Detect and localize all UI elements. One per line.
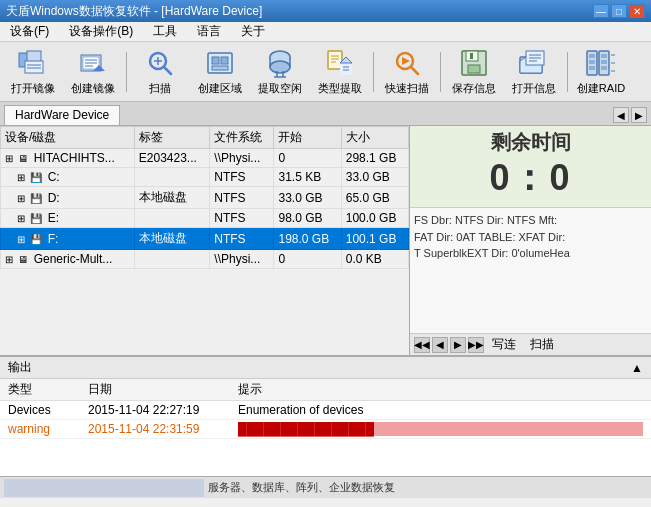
svg-rect-17: [221, 57, 228, 64]
minimize-button[interactable]: —: [593, 4, 609, 18]
info-text: FS Dbr: NTFS Dir: NTFS Mft: FAT Dir: 0AT…: [410, 207, 651, 266]
expand-icon[interactable]: ⊞: [17, 193, 25, 204]
table-row[interactable]: ⊞ 💾 F: 本地磁盘 NTFS 198.0 GB 100.1 GB: [1, 228, 409, 250]
create-raid-label: 创建RAID: [577, 81, 625, 96]
cell-size: 100.0 GB: [341, 209, 408, 228]
cell-size: 0.0 KB: [341, 250, 408, 269]
nav-first-button[interactable]: ◀◀: [414, 337, 430, 353]
table-row[interactable]: ⊞ 💾 E: NTFS 98.0 GB 100.0 GB: [1, 209, 409, 228]
create-region-button[interactable]: 创建区域: [191, 45, 249, 99]
output-collapse-icon[interactable]: ▲: [631, 361, 643, 375]
maximize-button[interactable]: □: [611, 4, 627, 18]
nav-next-button[interactable]: ▶: [450, 337, 466, 353]
menu-device[interactable]: 设备(F): [4, 22, 55, 41]
cell-size: 33.0 GB: [341, 168, 408, 187]
expand-icon[interactable]: ⊞: [5, 254, 13, 265]
quick-scan-label: 快速扫描: [385, 81, 429, 96]
open-image-button[interactable]: 打开镜像: [4, 45, 62, 99]
svg-rect-49: [589, 54, 595, 58]
cell-label: 本地磁盘: [134, 187, 210, 209]
scan-action[interactable]: 扫描: [524, 336, 560, 353]
create-raid-button[interactable]: 创建RAID: [572, 45, 630, 99]
cell-size: 65.0 GB: [341, 187, 408, 209]
svg-rect-41: [470, 53, 473, 59]
menu-language[interactable]: 语言: [191, 22, 227, 41]
extract-empty-button[interactable]: 提取空闲: [251, 45, 309, 99]
info-line-2: FAT Dir: 0AT TABLE: XFAT Dir:: [414, 229, 647, 246]
svg-rect-52: [601, 54, 607, 58]
menu-device-ops[interactable]: 设备操作(B): [63, 22, 139, 41]
create-region-icon: [204, 47, 236, 79]
output-area: 输出 ▲ 类型 日期 提示 Devices2015-11-04 22:27:19…: [0, 356, 651, 476]
open-info-icon: [518, 47, 550, 79]
nav-last-button[interactable]: ▶▶: [468, 337, 484, 353]
table-row[interactable]: ⊞ 💾 C: NTFS 31.5 KB 33.0 GB: [1, 168, 409, 187]
cell-fs: NTFS: [210, 168, 274, 187]
info-line-3: T SuperblkEXT Dir: 0'olumeHea: [414, 245, 647, 262]
type-extract-button[interactable]: 类型提取: [311, 45, 369, 99]
output-hint: Enumeration of devices: [238, 403, 643, 417]
right-panel: 剩余时间 0：0 FS Dbr: NTFS Dir: NTFS Mft: FAT…: [410, 126, 651, 355]
table-row[interactable]: ⊞ 💾 D: 本地磁盘 NTFS 33.0 GB 65.0 GB: [1, 187, 409, 209]
svg-rect-53: [601, 60, 607, 64]
table-row[interactable]: ⊞ 🖥 Generic-Mult... \\Physi... 0 0.0 KB: [1, 250, 409, 269]
create-raid-icon: [585, 47, 617, 79]
scan-icon: [144, 47, 176, 79]
output-title: 输出: [8, 359, 32, 376]
window-controls: — □ ✕: [593, 4, 645, 18]
device-table-body: ⊞ 🖥 HITACHIHTS... E203423... \\Physi... …: [1, 149, 409, 269]
open-image-icon: [17, 47, 49, 79]
cell-fs: NTFS: [210, 209, 274, 228]
svg-line-12: [164, 67, 171, 74]
svg-rect-16: [212, 57, 219, 64]
tab-next-button[interactable]: ▶: [631, 107, 647, 123]
device-table: 设备/磁盘 标签 文件系统 开始 大小 ⊞ 🖥 HITACHIHTS... E2…: [0, 126, 409, 269]
cell-fs: NTFS: [210, 187, 274, 209]
device-icon: 💾: [30, 213, 42, 224]
nav-prev-button[interactable]: ◀: [432, 337, 448, 353]
status-bar: 服务器、数据库、阵列、企业数据恢复: [0, 476, 651, 498]
output-type: Devices: [8, 403, 88, 417]
cell-device: ⊞ 💾 C:: [1, 168, 135, 187]
info-line-1: FS Dbr: NTFS Dir: NTFS Mft:: [414, 212, 647, 229]
expand-icon[interactable]: ⊞: [5, 153, 13, 164]
save-info-button[interactable]: 保存信息: [445, 45, 503, 99]
device-icon: 💾: [30, 234, 42, 245]
svg-rect-51: [589, 66, 595, 70]
create-image-button[interactable]: 创建镜像: [64, 45, 122, 99]
write-action[interactable]: 写连: [486, 336, 522, 353]
open-info-button[interactable]: 打开信息: [505, 45, 563, 99]
col-date: 日期: [88, 381, 238, 398]
table-row[interactable]: ⊞ 🖥 HITACHIHTS... E203423... \\Physi... …: [1, 149, 409, 168]
toolbar-sep-1: [126, 52, 127, 92]
scan-button[interactable]: 扫描: [131, 45, 189, 99]
close-button[interactable]: ✕: [629, 4, 645, 18]
expand-icon[interactable]: ⊞: [17, 213, 25, 224]
svg-rect-27: [328, 51, 342, 69]
toolbar: 打开镜像 创建镜像 扫描: [0, 42, 651, 102]
output-row: warning2015-11-04 22:31:59██████████████…: [0, 420, 651, 439]
create-region-label: 创建区域: [198, 81, 242, 96]
create-image-label: 创建镜像: [71, 81, 115, 96]
tab-prev-button[interactable]: ◀: [613, 107, 629, 123]
main-content: 设备/磁盘 标签 文件系统 开始 大小 ⊞ 🖥 HITACHIHTS... E2…: [0, 126, 651, 356]
device-icon: 💾: [30, 193, 42, 204]
svg-rect-54: [601, 66, 607, 70]
hardware-device-tab[interactable]: HardWare Device: [4, 105, 120, 125]
col-fs: 文件系统: [210, 127, 274, 149]
svg-marker-31: [340, 63, 352, 75]
title-bar: 天盾Windows数据恢复软件 - [HardWare Device] — □ …: [0, 0, 651, 22]
svg-marker-37: [402, 57, 410, 65]
svg-rect-18: [212, 66, 228, 70]
menu-tools[interactable]: 工具: [147, 22, 183, 41]
expand-icon[interactable]: ⊞: [17, 234, 25, 245]
expand-icon[interactable]: ⊞: [17, 172, 25, 183]
svg-rect-50: [589, 60, 595, 64]
quick-scan-icon: [391, 47, 423, 79]
status-left: [4, 479, 204, 497]
output-hint: ████████████████: [238, 422, 643, 436]
output-table-header: 类型 日期 提示: [0, 379, 651, 401]
svg-rect-2: [25, 61, 43, 73]
quick-scan-button[interactable]: 快速扫描: [378, 45, 436, 99]
menu-about[interactable]: 关于: [235, 22, 271, 41]
